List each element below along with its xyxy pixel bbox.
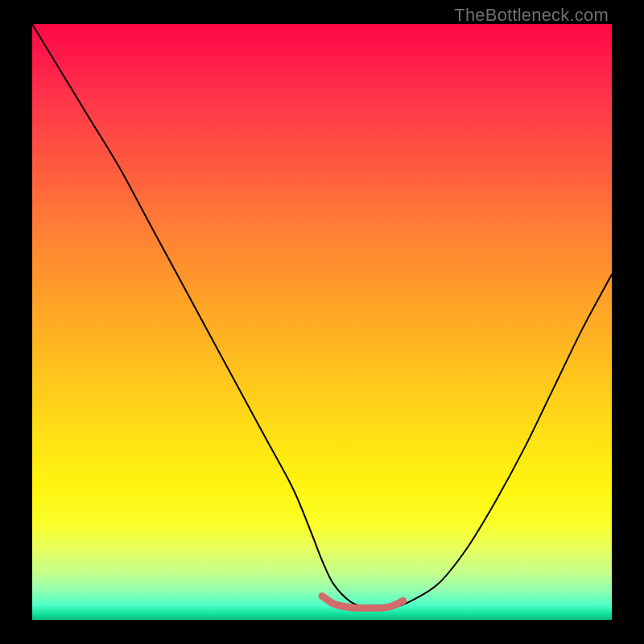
curve-layer xyxy=(32,24,612,620)
watermark-text: TheBottleneck.com xyxy=(454,5,609,26)
plot-area xyxy=(32,24,612,620)
sweet-spot-marker xyxy=(322,596,403,608)
chart-frame: TheBottleneck.com xyxy=(0,0,644,644)
bottleneck-curve xyxy=(32,24,612,609)
